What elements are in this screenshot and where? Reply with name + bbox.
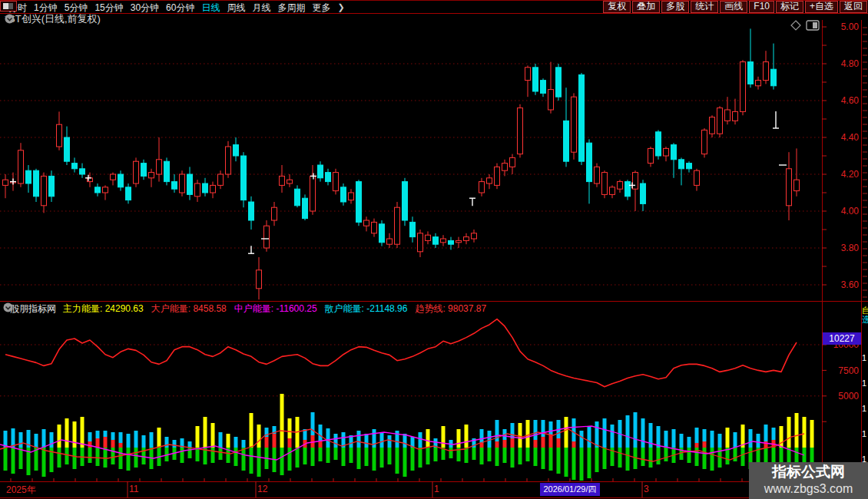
- period-tab[interactable]: 1分钟: [34, 2, 58, 13]
- edge-tab-char: 自: [862, 306, 868, 315]
- toolbar-button[interactable]: 统计: [691, 1, 718, 13]
- chart-canvas[interactable]: [0, 0, 868, 499]
- panel-split-icon[interactable]: [807, 21, 819, 30]
- indicator-value-badge: 10227: [823, 332, 861, 345]
- edge-quote-digit: 1: [862, 353, 866, 362]
- edge-quote-digit: 1: [862, 429, 866, 438]
- toolbar-right-buttons: 复权叠加多股统计画线F10标记+自选返回: [603, 1, 868, 13]
- indicator-header: 股朋指标网 主力能量: 24290.63大户能量: 8458.58中户能量: -…: [3, 302, 486, 315]
- price-tick-label: 4.20: [825, 169, 859, 180]
- selected-date-badge: 2026/01/29/四: [540, 483, 600, 496]
- period-tab[interactable]: 60分钟: [166, 2, 194, 13]
- price-tick-label: 3.80: [825, 243, 859, 253]
- date-tick-label: 12: [257, 484, 267, 494]
- period-tab[interactable]: 30分钟: [131, 2, 159, 13]
- indicator-field: 散户能量: -21148.96: [325, 302, 408, 316]
- stock-title: *ST创兴(日线,前复权): [5, 12, 101, 26]
- period-tab[interactable]: 周线: [227, 2, 245, 13]
- price-tick-label: 3.60: [825, 279, 859, 290]
- indicator-field: 大户能量: 8458.58: [151, 302, 227, 316]
- edge-clipped-quotes: 自选11111: [862, 306, 868, 481]
- diamond-icon[interactable]: [791, 21, 800, 30]
- period-tab[interactable]: 15分钟: [94, 2, 123, 13]
- period-tab[interactable]: 日线: [201, 2, 220, 13]
- price-tick-label: 4.80: [825, 58, 859, 69]
- price-tick-label: 4.00: [825, 206, 859, 216]
- period-toolbar: 分时1分钟5分钟15分钟30分钟60分钟日线周线月线多周期更多 ❯ 复权叠加多股…: [0, 0, 868, 14]
- app-window: 分时1分钟5分钟15分钟30分钟60分钟日线周线月线多周期更多 ❯ 复权叠加多股…: [0, 0, 868, 499]
- date-tick-label: 2025年: [6, 484, 36, 497]
- edge-quote-digit: 1: [862, 404, 866, 413]
- indicator-field: 中户能量: -11600.25: [234, 302, 317, 316]
- indicator-field: 主力能量: 24290.63: [63, 302, 144, 316]
- more-chevron-icon[interactable]: ❯: [337, 2, 344, 12]
- toolbar-button[interactable]: 标记: [776, 1, 803, 13]
- period-tab[interactable]: 月线: [252, 2, 270, 13]
- indicator-field: 趋势线: 98037.87: [415, 302, 486, 316]
- toolbar-button[interactable]: 复权: [603, 1, 631, 13]
- stock-title-bar: *ST创兴(日线,前复权): [5, 14, 105, 24]
- toolbar-button[interactable]: +自选: [805, 1, 838, 13]
- price-tick-label: 4.40: [825, 132, 859, 143]
- edge-clipped-panel: [863, 21, 867, 299]
- toolbar-button[interactable]: 返回: [840, 1, 867, 13]
- indicator-values: 主力能量: 24290.63大户能量: 8458.58中户能量: -11600.…: [63, 302, 486, 316]
- toolbar-button[interactable]: 多股: [661, 1, 689, 13]
- date-tick-label: 11: [129, 484, 138, 494]
- edge-quote-digit: 1: [862, 378, 866, 388]
- toolbar-button[interactable]: 叠加: [632, 1, 660, 13]
- price-tick-label: 5.00: [825, 21, 859, 32]
- watermark-title: 指标公式网: [749, 463, 868, 481]
- watermark: 指标公式网 www.zbgs3.com: [749, 462, 868, 499]
- price-tick-label: 4.60: [825, 95, 859, 106]
- date-tick-label: 1: [434, 484, 439, 494]
- indicator-source[interactable]: 股朋指标网: [10, 302, 56, 316]
- indicator-tick-label: 7500: [825, 365, 859, 376]
- toolbar-button[interactable]: 画线: [720, 1, 747, 13]
- edge-tab-char: 选: [862, 315, 868, 324]
- period-tab[interactable]: 更多: [312, 2, 330, 13]
- watermark-url: www.zbgs3.com: [749, 481, 868, 497]
- period-tabs: 分时1分钟5分钟15分钟30分钟60分钟日线周线月线多周期更多: [8, 0, 337, 14]
- period-tab[interactable]: 多周期: [277, 2, 305, 13]
- period-tab[interactable]: 5分钟: [65, 2, 88, 13]
- date-tick-label: 3: [644, 484, 649, 494]
- toolbar-button[interactable]: F10: [749, 1, 774, 13]
- indicator-tick-label: 5000: [825, 391, 859, 402]
